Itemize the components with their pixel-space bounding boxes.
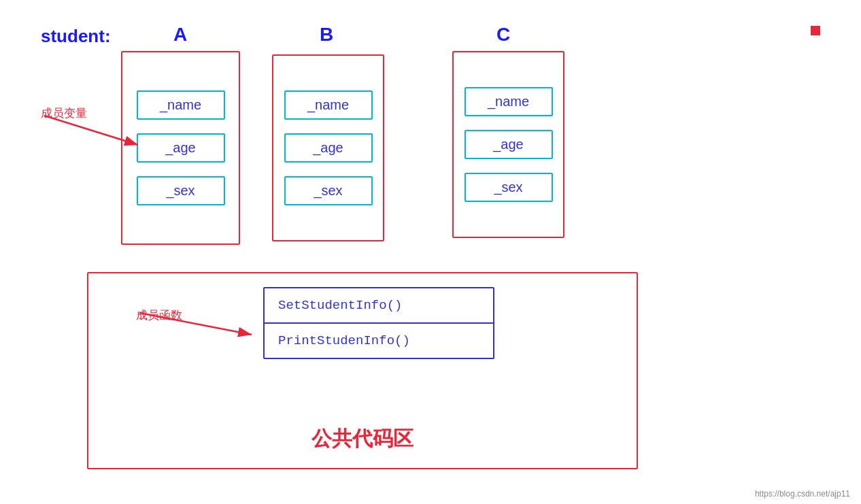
func-set: SetStudentInfo() (265, 288, 493, 324)
field-b-sex: _sex (284, 176, 373, 205)
column-header-a: A (173, 24, 187, 46)
column-header-c: C (496, 24, 510, 46)
member-var-arrow (37, 105, 156, 156)
code-area: SetStudentInfo() PrintStudenInfo() 公共代码区 (87, 272, 638, 469)
field-c-age: _age (465, 130, 553, 159)
watermark: https://blog.csdn.net/ajp11 (755, 489, 850, 499)
member-func-arrow (136, 306, 272, 347)
main-container: student: A B C _name _age _sex _name _ag… (0, 0, 861, 504)
object-c: _name _age _sex (452, 51, 564, 238)
svg-line-1 (44, 116, 138, 145)
student-label: student: (41, 26, 111, 47)
public-code-label: 公共代码区 (88, 425, 637, 453)
svg-line-3 (139, 313, 252, 335)
field-c-sex: _sex (465, 173, 553, 202)
column-header-b: B (320, 24, 333, 46)
field-c-name: _name (465, 87, 553, 116)
field-b-name: _name (284, 90, 373, 120)
func-print: PrintStudenInfo() (265, 324, 493, 358)
object-b: _name _age _sex (272, 54, 384, 241)
function-box: SetStudentInfo() PrintStudenInfo() (263, 287, 494, 359)
field-a-sex: _sex (137, 176, 225, 205)
field-b-age: _age (284, 133, 373, 163)
corner-icon (811, 26, 820, 35)
